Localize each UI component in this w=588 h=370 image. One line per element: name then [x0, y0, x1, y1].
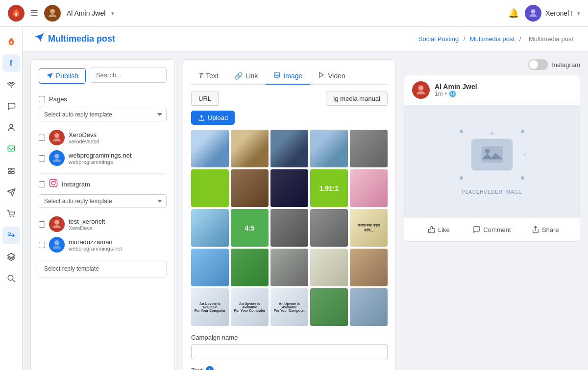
grid-cell-6[interactable] — [191, 169, 229, 207]
sidebar-chat-icon[interactable] — [2, 97, 20, 115]
page-title-text: Multimedia post — [48, 34, 115, 44]
right-user[interactable]: XeronelT ▾ — [525, 5, 580, 22]
comment-button[interactable]: Comment — [466, 223, 519, 236]
grid-cell-10[interactable] — [350, 169, 388, 207]
account-checkbox-webprogrammings[interactable] — [39, 155, 45, 162]
svg-point-1 — [531, 9, 536, 14]
tab-text[interactable]: T Text — [191, 68, 226, 85]
svg-point-11 — [8, 275, 13, 280]
publish-button[interactable]: Publish — [39, 68, 86, 84]
tab-video[interactable]: Video — [310, 68, 353, 85]
breadcrumb-multimedia-post[interactable]: Multimedia post — [470, 35, 514, 43]
sidebar-fire-icon[interactable] — [2, 33, 20, 50]
account-info-muraduzzaman: muraduzzaman webprogrammings.net — [69, 238, 167, 252]
text-info-icon[interactable]: i — [206, 366, 214, 370]
svg-rect-6 — [8, 172, 11, 174]
sidebar-tools-icon[interactable] — [2, 162, 20, 180]
right-panel: Instagram Al Amin Jwel 1m • 🌐 — [404, 59, 580, 370]
instagram-toggle-switch[interactable] — [528, 59, 548, 70]
hamburger-menu[interactable]: ☰ — [30, 8, 38, 19]
like-button[interactable]: Like — [412, 223, 466, 236]
svg-point-9 — [12, 216, 13, 217]
tab-link[interactable]: 🔗 Link — [226, 68, 266, 85]
grid-cell-4[interactable] — [310, 130, 348, 167]
svg-point-2 — [10, 124, 13, 127]
preview-globe-icon: 🌐 — [449, 91, 456, 97]
tab-image-icon — [273, 71, 280, 80]
nav-user-dropdown[interactable]: ▾ — [111, 10, 114, 17]
grid-cell-19[interactable] — [310, 249, 348, 286]
tab-image[interactable]: Image — [266, 68, 310, 85]
sidebar-message-icon[interactable] — [2, 140, 20, 158]
pages-section: Pages — [39, 95, 167, 103]
account-checkbox-test-xeroneit[interactable] — [39, 221, 45, 228]
instagram-auto-reply-select[interactable]: Select auto reply template — [39, 194, 167, 208]
plus-top: + — [490, 130, 494, 137]
url-button[interactable]: URL — [191, 92, 219, 106]
sidebar-search-icon[interactable] — [2, 270, 20, 287]
user-avatar-nav — [44, 5, 61, 22]
grid-cell-5[interactable] — [350, 130, 388, 167]
preview-card: Al Amin Jwel 1m • 🌐 — [404, 75, 580, 242]
grid-cell-14[interactable] — [310, 209, 348, 247]
share-button[interactable]: Share — [518, 223, 572, 236]
svg-rect-23 — [481, 146, 502, 162]
grid-cell-2[interactable] — [231, 130, 269, 167]
account-checkbox-muraduzzaman[interactable] — [39, 242, 45, 248]
grid-cell-13[interactable] — [270, 209, 308, 247]
page-title: Multimedia post — [34, 33, 115, 45]
sidebar-wifi-icon[interactable] — [2, 76, 20, 93]
account-name-webprogrammings: webprogrammings.net — [69, 152, 167, 159]
grid-cell-3[interactable] — [270, 130, 308, 167]
svg-rect-7 — [11, 172, 14, 174]
instagram-checkbox[interactable] — [39, 181, 45, 187]
grid-cell-20[interactable] — [350, 249, 388, 286]
account-name-muraduzzaman: muraduzzaman — [69, 238, 167, 246]
svg-point-22 — [418, 85, 424, 91]
sidebar-send-icon[interactable] — [2, 184, 20, 201]
campaign-name-input[interactable] — [191, 344, 388, 360]
page-header: Multimedia post Social Posting / Multime… — [23, 27, 588, 51]
grid-cell-23[interactable]: An Upvote is AvailableFor Your Computer — [270, 288, 308, 326]
account-sub-webprogrammings: webprogrammings — [69, 159, 167, 165]
svg-rect-10 — [8, 233, 10, 234]
sidebar-facebook-icon[interactable]: f — [2, 54, 20, 72]
corner-dot-tl — [460, 130, 463, 133]
image-grid: 1.91:1 4:5 বাংলায় কথা বলতেনাকি... An Up… — [191, 130, 388, 326]
right-user-dropdown[interactable]: ▾ — [577, 10, 580, 17]
page-title-icon — [34, 33, 44, 45]
grid-cell-11[interactable] — [191, 209, 229, 247]
grid-cell-1[interactable] — [191, 130, 229, 167]
grid-cell-22[interactable]: An Upvote is AvailableFor Your Computer — [231, 288, 269, 326]
account-checkbox-xerodevs[interactable] — [39, 135, 45, 141]
grid-cell-16[interactable] — [191, 249, 229, 286]
ig-manual-button[interactable]: Ig media manual — [326, 92, 388, 106]
sidebar-cart-icon[interactable] — [2, 205, 20, 223]
preview-actions: Like Comment Share — [404, 217, 580, 241]
sidebar-layers-icon[interactable] — [2, 248, 20, 266]
tab-text-icon: T — [199, 72, 203, 79]
grid-cell-7[interactable] — [231, 169, 269, 207]
grid-cell-24[interactable] — [310, 288, 348, 326]
grid-cell-25[interactable] — [350, 288, 388, 326]
bell-icon[interactable]: 🔔 — [508, 8, 519, 19]
breadcrumb-social-posting[interactable]: Social Posting — [418, 35, 459, 43]
grid-cell-17[interactable] — [231, 249, 269, 286]
grid-cell-9[interactable]: 1.91:1 — [310, 169, 348, 207]
pages-checkbox[interactable] — [39, 96, 45, 102]
grid-cell-15[interactable]: বাংলায় কথা বলতেনাকি... — [350, 209, 388, 247]
search-input[interactable] — [90, 68, 167, 83]
nav-user-name: Al Amin Jwel — [67, 9, 105, 17]
grid-cell-21[interactable]: An Upvote is AvailableFor Your Computer — [191, 288, 229, 326]
sidebar-person-icon[interactable] — [2, 119, 20, 137]
account-item-test-xeroneit: test_xeroneit XeroDevs — [39, 214, 167, 234]
svg-rect-14 — [50, 180, 57, 187]
pages-auto-reply-select[interactable]: Select auto reply template — [39, 108, 167, 121]
svg-point-15 — [51, 181, 55, 185]
grid-cell-18[interactable] — [270, 249, 308, 286]
sidebar-share-icon[interactable] — [2, 227, 20, 244]
grid-cell-8[interactable] — [270, 169, 308, 207]
grid-cell-12[interactable]: 4:5 — [231, 209, 269, 247]
upload-button[interactable]: Upload — [191, 111, 235, 125]
preview-user-info: Al Amin Jwel 1m • 🌐 — [435, 83, 477, 97]
